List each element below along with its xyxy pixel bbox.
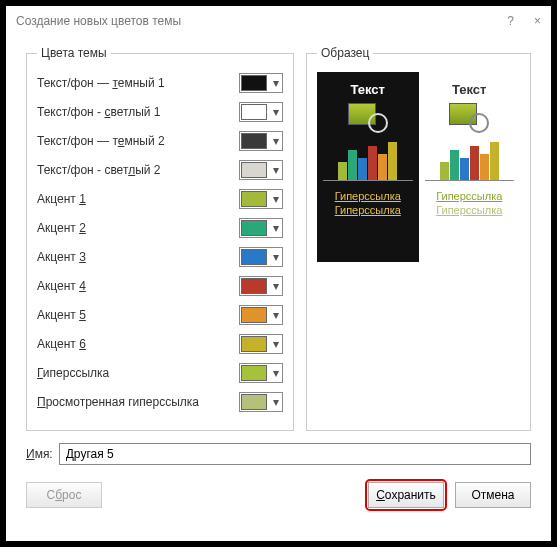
color-swatch-button[interactable]: ▾ — [239, 218, 283, 238]
color-swatch-button[interactable]: ▾ — [239, 189, 283, 209]
color-swatch — [241, 336, 267, 352]
color-swatch-button[interactable]: ▾ — [239, 160, 283, 180]
color-row: Акцент 5▾ — [37, 304, 283, 326]
chevron-down-icon: ▾ — [271, 395, 281, 409]
sample-text-label-light: Текст — [425, 82, 515, 97]
color-label: Акцент 1 — [37, 192, 239, 206]
color-swatch-button[interactable]: ▾ — [239, 363, 283, 383]
chevron-down-icon: ▾ — [271, 163, 281, 177]
color-swatch — [241, 104, 267, 120]
color-swatch — [241, 365, 267, 381]
color-swatch-button[interactable]: ▾ — [239, 392, 283, 412]
theme-colors-group: Цвета темы Текст/фон — темный 1▾Текст/фо… — [26, 46, 294, 431]
bar — [388, 142, 397, 180]
color-swatch — [241, 191, 267, 207]
color-swatch-button[interactable]: ▾ — [239, 73, 283, 93]
color-label: Акцент 3 — [37, 250, 239, 264]
color-swatch — [241, 133, 267, 149]
color-swatch — [241, 394, 267, 410]
color-label: Текст/фон - светлый 1 — [37, 105, 239, 119]
color-row: Акцент 2▾ — [37, 217, 283, 239]
color-label: Акцент 2 — [37, 221, 239, 235]
bar — [368, 146, 377, 180]
color-row: Просмотренная гиперссылка▾ — [37, 391, 283, 413]
color-row: Текст/фон — темный 2▾ — [37, 130, 283, 152]
name-input[interactable] — [59, 443, 531, 465]
color-swatch — [241, 278, 267, 294]
color-row: Гиперссылка▾ — [37, 362, 283, 384]
sample-hyperlink-light: Гиперссылка — [425, 189, 515, 203]
color-label: Акцент 5 — [37, 308, 239, 322]
sample-visited-dark: Гиперссылка — [323, 203, 413, 217]
color-swatch-button[interactable]: ▾ — [239, 247, 283, 267]
color-label: Акцент 4 — [37, 279, 239, 293]
color-row: Текст/фон - светлый 1▾ — [37, 101, 283, 123]
bar — [460, 158, 469, 180]
color-label: Просмотренная гиперссылка — [37, 395, 239, 409]
color-label: Текст/фон — темный 2 — [37, 134, 239, 148]
bar — [490, 142, 499, 180]
chevron-down-icon: ▾ — [271, 192, 281, 206]
help-icon[interactable]: ? — [507, 14, 514, 28]
color-swatch-button[interactable]: ▾ — [239, 305, 283, 325]
color-swatch-button[interactable]: ▾ — [239, 131, 283, 151]
color-label: Акцент 6 — [37, 337, 239, 351]
bar — [358, 158, 367, 180]
color-swatch — [241, 307, 267, 323]
color-swatch — [241, 162, 267, 178]
sample-light: Текст Гиперссылка Гиперссылка — [419, 72, 521, 262]
color-row: Акцент 3▾ — [37, 246, 283, 268]
bar — [348, 150, 357, 180]
color-label: Текст/фон — темный 1 — [37, 76, 239, 90]
chevron-down-icon: ▾ — [271, 221, 281, 235]
sample-hyperlink-dark: Гиперссылка — [323, 189, 413, 203]
chevron-down-icon: ▾ — [271, 250, 281, 264]
sample-dark: Текст Гиперссылка Гиперссылка — [317, 72, 419, 262]
theme-colors-legend: Цвета темы — [37, 46, 111, 60]
bar — [378, 154, 387, 180]
reset-button: Сброс — [26, 482, 102, 508]
chevron-down-icon: ▾ — [271, 76, 281, 90]
color-swatch — [241, 220, 267, 236]
color-row: Текст/фон - светлый 2▾ — [37, 159, 283, 181]
bar — [450, 150, 459, 180]
highlight-ring: Сохранить — [365, 479, 447, 511]
color-label: Текст/фон - светлый 2 — [37, 163, 239, 177]
sample-visited-light: Гиперссылка — [425, 203, 515, 217]
sample-legend: Образец — [317, 46, 373, 60]
bar — [470, 146, 479, 180]
chevron-down-icon: ▾ — [271, 366, 281, 380]
color-swatch-button[interactable]: ▾ — [239, 334, 283, 354]
bar — [338, 162, 347, 180]
sample-group: Образец Текст Гиперссылка Гиперссылка Те… — [306, 46, 531, 431]
chevron-down-icon: ▾ — [271, 134, 281, 148]
chevron-down-icon: ▾ — [271, 105, 281, 119]
bar — [480, 154, 489, 180]
color-swatch — [241, 249, 267, 265]
color-swatch-button[interactable]: ▾ — [239, 102, 283, 122]
name-label: Имя: — [26, 447, 53, 461]
bar — [440, 162, 449, 180]
window-title: Создание новых цветов темы — [16, 14, 181, 28]
color-swatch — [241, 75, 267, 91]
chevron-down-icon: ▾ — [271, 279, 281, 293]
cancel-button[interactable]: Отмена — [455, 482, 531, 508]
color-row: Текст/фон — темный 1▾ — [37, 72, 283, 94]
chevron-down-icon: ▾ — [271, 337, 281, 351]
color-row: Акцент 4▾ — [37, 275, 283, 297]
save-button[interactable]: Сохранить — [368, 482, 444, 508]
close-icon[interactable]: × — [534, 14, 541, 28]
color-label: Гиперссылка — [37, 366, 239, 380]
title-bar: Создание новых цветов темы ? × — [6, 6, 551, 36]
color-swatch-button[interactable]: ▾ — [239, 276, 283, 296]
color-row: Акцент 6▾ — [37, 333, 283, 355]
color-row: Акцент 1▾ — [37, 188, 283, 210]
sample-text-label: Текст — [323, 82, 413, 97]
chevron-down-icon: ▾ — [271, 308, 281, 322]
